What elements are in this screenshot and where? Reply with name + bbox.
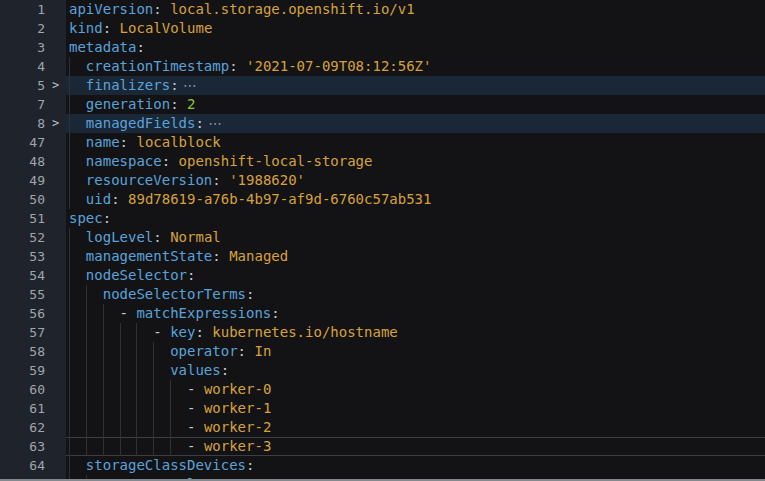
code-line-56[interactable]: 56 > - matchExpressions:: [0, 304, 765, 323]
code-content[interactable]: name: localblock: [66, 133, 765, 152]
line-number[interactable]: 49: [0, 171, 45, 190]
code-line-4[interactable]: 4 > creationTimestamp: '2021-07-09T08:12…: [0, 57, 765, 76]
yaml-key: finalizers: [86, 77, 170, 93]
code-content[interactable]: finalizers: ⋯: [66, 76, 765, 95]
yaml-editor[interactable]: 1 > apiVersion: local.storage.openshift.…: [0, 0, 765, 481]
code-content[interactable]: - worker-0: [66, 380, 765, 399]
line-number[interactable]: 56: [0, 304, 45, 323]
line-number[interactable]: 54: [0, 266, 45, 285]
code-line-55[interactable]: 55 > nodeSelectorTerms:: [0, 285, 765, 304]
line-number[interactable]: 52: [0, 228, 45, 247]
yaml-key: generation: [86, 96, 170, 112]
code-text: name: localblock: [69, 134, 221, 150]
code-line-57[interactable]: 57 > - key: kubernetes.io/hostname: [0, 323, 765, 342]
code-content[interactable]: managedFields: ⋯: [66, 114, 765, 133]
line-number[interactable]: 61: [0, 399, 45, 418]
line-number[interactable]: 51: [0, 209, 45, 228]
code-line-52[interactable]: 52 > logLevel: Normal: [0, 228, 765, 247]
line-number[interactable]: 2: [0, 19, 45, 38]
line-number[interactable]: 58: [0, 342, 45, 361]
code-content[interactable]: - worker-3: [66, 437, 765, 456]
code-content[interactable]: namespace: openshift-local-storage: [66, 152, 765, 171]
code-line-2[interactable]: 2 > kind: LocalVolume: [0, 19, 765, 38]
yaml-key: nodeSelectorTerms: [103, 286, 246, 302]
code-content[interactable]: spec:: [66, 209, 765, 228]
code-line-53[interactable]: 53 > managementState: Managed: [0, 247, 765, 266]
code-content[interactable]: generation: 2: [66, 95, 765, 114]
code-line-48[interactable]: 48 > namespace: openshift-local-storage: [0, 152, 765, 171]
code-content[interactable]: creationTimestamp: '2021-07-09T08:12:56Z…: [66, 57, 765, 76]
code-line-58[interactable]: 58 > operator: In: [0, 342, 765, 361]
code-content[interactable]: apiVersion: local.storage.openshift.io/v…: [66, 0, 765, 19]
code-content[interactable]: nodeSelectorTerms:: [66, 285, 765, 304]
yaml-value: 2: [187, 96, 195, 112]
code-line-61[interactable]: 61 > - worker-1: [0, 399, 765, 418]
code-line-59[interactable]: 59 > values:: [0, 361, 765, 380]
line-number[interactable]: 62: [0, 418, 45, 437]
code-content[interactable]: storageClassDevices:: [66, 456, 765, 475]
line-number[interactable]: 48: [0, 152, 45, 171]
yaml-key: storageClassDevices: [86, 457, 246, 473]
code-line-3[interactable]: 3 > metadata:: [0, 38, 765, 57]
list-dash: -: [187, 381, 204, 397]
code-content[interactable]: kind: LocalVolume: [66, 19, 765, 38]
gutter-cell: 57 >: [0, 323, 66, 342]
yaml-value: Normal: [170, 229, 221, 245]
line-number[interactable]: 55: [0, 285, 45, 304]
code-content[interactable]: nodeSelector:: [66, 266, 765, 285]
code-line-50[interactable]: 50 > uid: 89d78619-a76b-4b97-af9d-6760c5…: [0, 190, 765, 209]
code-content[interactable]: logLevel: Normal: [66, 228, 765, 247]
line-number[interactable]: 64: [0, 456, 45, 475]
colon: :: [153, 1, 161, 17]
code-line-63[interactable]: 63 > - worker-3: [0, 437, 765, 456]
line-number[interactable]: 63: [0, 437, 45, 456]
code-line-47[interactable]: 47 > name: localblock: [0, 133, 765, 152]
code-line-5[interactable]: 5 > finalizers: ⋯: [0, 76, 765, 95]
code-line-7[interactable]: 7 > generation: 2: [0, 95, 765, 114]
line-number[interactable]: 59: [0, 361, 45, 380]
code-content[interactable]: operator: In: [66, 342, 765, 361]
line-number[interactable]: 7: [0, 95, 45, 114]
code-line-1[interactable]: 1 > apiVersion: local.storage.openshift.…: [0, 0, 765, 19]
yaml-value: worker-3: [204, 438, 271, 454]
line-number[interactable]: 5: [0, 76, 45, 95]
line-number[interactable]: 60: [0, 380, 45, 399]
fold-chevron-icon[interactable]: >: [45, 76, 66, 95]
colon: :: [229, 58, 237, 74]
code-line-62[interactable]: 62 > - worker-2: [0, 418, 765, 437]
code-content[interactable]: - key: kubernetes.io/hostname: [66, 323, 765, 342]
code-content[interactable]: values:: [66, 361, 765, 380]
code-content[interactable]: - worker-2: [66, 418, 765, 437]
code-content[interactable]: metadata:: [66, 38, 765, 57]
code-line-64[interactable]: 64 > storageClassDevices:: [0, 456, 765, 475]
line-number[interactable]: 47: [0, 133, 45, 152]
code-content[interactable]: uid: 89d78619-a76b-4b97-af9d-6760c57ab53…: [66, 190, 765, 209]
code-line-60[interactable]: 60 > - worker-0: [0, 380, 765, 399]
colon: :: [246, 457, 254, 473]
code-line-8[interactable]: 8 > managedFields: ⋯: [0, 114, 765, 133]
line-number[interactable]: 3: [0, 38, 45, 57]
fold-ellipsis[interactable]: ⋯: [179, 77, 197, 93]
code-content[interactable]: - matchExpressions:: [66, 304, 765, 323]
code-text: managedFields: ⋯: [69, 115, 222, 131]
fold-ellipsis[interactable]: ⋯: [204, 115, 222, 131]
code-content[interactable]: resourceVersion: '1988620': [66, 171, 765, 190]
gutter-cell: 7 >: [0, 95, 66, 114]
gutter-cell: 4 >: [0, 57, 66, 76]
line-number[interactable]: 50: [0, 190, 45, 209]
yaml-key: operator: [170, 343, 237, 359]
yaml-key: uid: [86, 191, 111, 207]
code-content[interactable]: managementState: Managed: [66, 247, 765, 266]
code-content[interactable]: - worker-1: [66, 399, 765, 418]
gutter-cell: 61 >: [0, 399, 66, 418]
line-number[interactable]: 8: [0, 114, 45, 133]
code-line-51[interactable]: 51 > spec:: [0, 209, 765, 228]
code-line-54[interactable]: 54 > nodeSelector:: [0, 266, 765, 285]
colon: :: [271, 305, 279, 321]
code-line-49[interactable]: 49 > resourceVersion: '1988620': [0, 171, 765, 190]
line-number[interactable]: 53: [0, 247, 45, 266]
line-number[interactable]: 1: [0, 0, 45, 19]
fold-chevron-icon[interactable]: >: [45, 114, 66, 133]
line-number[interactable]: 57: [0, 323, 45, 342]
line-number[interactable]: 4: [0, 57, 45, 76]
